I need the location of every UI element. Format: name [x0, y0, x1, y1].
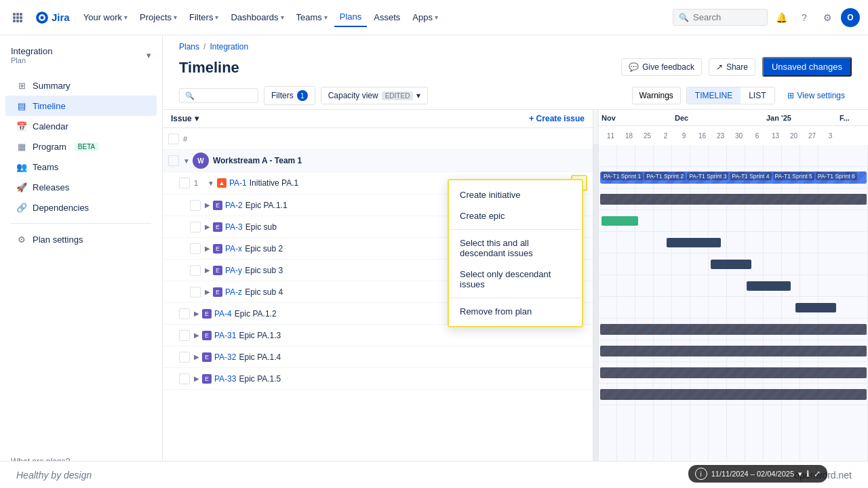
issue-row-header: # — [163, 128, 593, 150]
dependencies-icon: 🔗 — [16, 202, 27, 213]
workstream-avatar: W — [193, 152, 209, 169]
row-num: 1 — [194, 179, 208, 187]
svg-rect-7 — [16, 20, 19, 22]
nav-filters[interactable]: Filters ▾ — [184, 8, 224, 26]
create-issue-button[interactable]: + Create issue — [529, 114, 585, 123]
calendar-icon: 📅 — [16, 121, 27, 131]
toolbar-search-icon: 🔍 — [185, 92, 195, 100]
svg-rect-6 — [13, 20, 16, 22]
jira-logo[interactable]: Jira — [30, 11, 75, 24]
sidebar-item-dependencies[interactable]: 🔗 Dependencies — [5, 197, 157, 218]
nav-dashboards[interactable]: Dashboards ▾ — [225, 8, 289, 26]
month-dec: Dec — [675, 114, 766, 122]
pa1-collapse[interactable]: ▼ — [208, 180, 214, 187]
pa31-link[interactable]: PA-31 — [214, 331, 236, 340]
sidebar-divider — [11, 223, 151, 224]
workstream-collapse[interactable]: ▼ — [183, 157, 190, 165]
context-select-only-descendant[interactable]: Select only descendant issues — [449, 264, 582, 295]
sidebar-item-teams[interactable]: 👥 Teams — [5, 157, 157, 177]
select-all-checkbox[interactable] — [168, 134, 179, 144]
sidebar-item-summary[interactable]: ⊞ Summary — [5, 75, 157, 96]
grid-menu-icon[interactable] — [8, 8, 27, 27]
breadcrumb-integration[interactable]: Integration — [210, 42, 248, 52]
svg-point-9 — [41, 16, 44, 19]
pa1-link[interactable]: PA-1 — [229, 178, 247, 188]
issue-sort-icon[interactable]: ▾ — [195, 114, 199, 123]
date-range: 11/11/2024 – 02/04/2025 — [711, 470, 794, 478]
date-23: 23 — [711, 132, 730, 140]
gear-icon: ⚙ — [16, 234, 27, 245]
feedback-icon: 💬 — [629, 62, 639, 72]
toolbar-search-input[interactable] — [198, 91, 252, 100]
nav-projects[interactable]: Projects ▾ — [134, 8, 182, 26]
gantt-panel: Nov Dec Jan '25 F... 11 18 25 2 — [593, 110, 868, 488]
capacity-view-button[interactable]: Capacity view EDITED ▾ — [321, 87, 429, 104]
pa3-link[interactable]: PA-3 — [225, 222, 243, 232]
pa3-checkbox[interactable] — [190, 222, 201, 232]
month-jan: Jan '25 — [766, 114, 840, 122]
toolbar-search[interactable]: 🔍 — [179, 88, 258, 103]
project-chevron[interactable]: ▾ — [146, 50, 151, 60]
context-remove-from-plan[interactable]: Remove from plan — [449, 301, 582, 322]
unsaved-changes-button[interactable]: Unsaved changes — [762, 57, 852, 77]
date-chevron[interactable]: ▾ — [798, 470, 802, 479]
nav-apps[interactable]: Apps ▾ — [407, 8, 443, 26]
tab-list[interactable]: LIST — [741, 87, 774, 104]
date-25: 25 — [638, 132, 656, 140]
date-6: 6 — [748, 132, 766, 140]
context-menu: Create initiative Create epic Select thi… — [448, 179, 583, 327]
top-nav: Jira Your work ▾ Projects ▾ Filters ▾ Da… — [0, 0, 868, 35]
sidebar-item-timeline[interactable]: ▤ Timeline — [5, 96, 157, 116]
svg-rect-4 — [16, 16, 19, 19]
pa3-expand[interactable]: ▶ — [205, 223, 210, 230]
sidebar-item-calendar[interactable]: 📅 Calendar — [5, 116, 157, 136]
nav-your-work[interactable]: Your work ▾ — [78, 8, 133, 26]
nav-plans[interactable]: Plans — [334, 7, 368, 27]
teams-icon: 👥 — [16, 161, 27, 172]
tab-timeline[interactable]: TIMELINE — [687, 87, 741, 104]
date-20: 20 — [785, 132, 803, 140]
pa2-expand[interactable]: ▶ — [205, 201, 210, 209]
svg-rect-3 — [13, 16, 16, 19]
program-icon: ▦ — [16, 141, 27, 152]
pa33-link[interactable]: PA-33 — [214, 374, 236, 384]
nav-assets[interactable]: Assets — [368, 8, 406, 26]
context-select-all-descendant[interactable]: Select this and all descendant issues — [449, 232, 582, 264]
breadcrumb-plans[interactable]: Plans — [179, 42, 199, 52]
date-11: 11 — [601, 132, 620, 140]
pa2-link[interactable]: PA-2 — [225, 201, 243, 210]
share-button[interactable]: ↗ Share — [709, 58, 755, 76]
pa4-link[interactable]: PA-4 — [214, 309, 232, 319]
warnings-button[interactable]: Warnings — [632, 87, 681, 104]
info-icon[interactable]: ℹ — [806, 469, 810, 479]
give-feedback-button[interactable]: 💬 Give feedback — [621, 58, 702, 76]
user-avatar[interactable]: O — [841, 8, 860, 27]
context-create-epic[interactable]: Create epic — [449, 205, 582, 226]
svg-rect-0 — [13, 13, 16, 16]
pa1-checkbox[interactable] — [179, 178, 190, 188]
workstream-checkbox[interactable] — [168, 155, 179, 166]
fullscreen-icon[interactable]: ⤢ — [814, 469, 821, 479]
issue-panel: Issue ▾ + Create issue # ▼ W W — [163, 110, 593, 488]
date-27: 27 — [803, 132, 821, 140]
sidebar-item-program[interactable]: ▦ Program BETA — [5, 136, 157, 157]
sidebar-item-plan-settings[interactable]: ⚙ Plan settings — [5, 229, 157, 249]
info-circle-icon: i — [695, 468, 707, 480]
pa2-checkbox[interactable] — [190, 200, 201, 211]
initiative-icon: ▲ — [217, 178, 226, 188]
sidebar-item-releases[interactable]: 🚀 Releases — [5, 177, 157, 197]
date-18: 18 — [620, 132, 638, 140]
context-create-initiative[interactable]: Create initiative — [449, 184, 582, 205]
settings-icon[interactable]: ⚙ — [818, 8, 837, 27]
month-feb: F... — [840, 114, 865, 122]
settings-sliders-icon: ⊞ — [787, 91, 794, 100]
search-box[interactable]: 🔍 — [673, 9, 768, 26]
pa32-title: Epic PA.1.4 — [239, 352, 587, 362]
filters-button[interactable]: Filters 1 — [264, 86, 315, 105]
notifications-icon[interactable]: 🔔 — [772, 8, 791, 27]
nav-teams[interactable]: Teams ▾ — [291, 8, 333, 26]
view-settings-button[interactable]: ⊞ View settings — [781, 87, 852, 104]
help-icon[interactable]: ? — [795, 8, 814, 27]
search-input[interactable] — [693, 12, 761, 22]
pa32-link[interactable]: PA-32 — [214, 352, 236, 362]
